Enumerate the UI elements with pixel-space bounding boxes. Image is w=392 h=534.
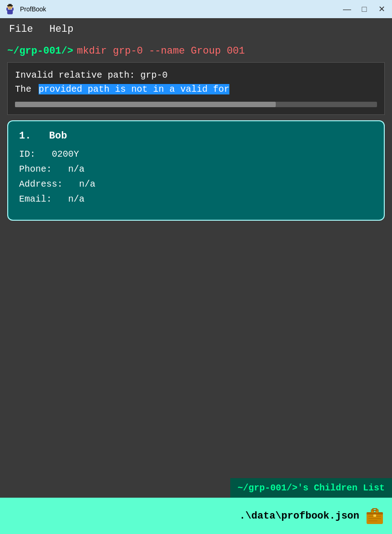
svg-rect-9 (367, 512, 383, 514)
svg-rect-3 (12, 8, 14, 11)
status-bar: .\data\profbook.json (0, 498, 392, 534)
close-button[interactable]: ✕ (375, 2, 388, 16)
svg-rect-5 (9, 4, 12, 6)
profile-phone-label: Phone: (19, 164, 52, 174)
profile-email-field: Email: n/a (19, 194, 373, 204)
error-box: Invalid relative path: grp-0 The provide… (7, 62, 385, 115)
minimize-button[interactable]: — (340, 2, 354, 16)
app-icon (4, 3, 16, 15)
svg-rect-15 (368, 520, 377, 521)
profile-address-label: Address: (19, 179, 63, 189)
command-prompt: ~/grp-001/> (7, 45, 73, 57)
profile-phone-field: Phone: n/a (19, 164, 373, 174)
error-line2-prefix: The (15, 84, 31, 94)
footer-terminal: ~/grp-001/>'s Children List (230, 478, 392, 498)
profile-email-value: n/a (68, 194, 84, 204)
svg-point-6 (9, 6, 10, 7)
error-line2: The provided path is not in a valid for (15, 84, 377, 94)
maximize-button[interactable]: □ (357, 2, 371, 16)
error-scrollbar-thumb (15, 102, 276, 107)
svg-rect-14 (368, 518, 381, 519)
profile-name: 1. Bob (19, 130, 373, 142)
main-content: ~/grp-001/> mkdir grp-0 --name Group 001… (0, 40, 392, 232)
file-menu[interactable]: File (5, 22, 37, 37)
profile-id-field: ID: 0200Y (19, 149, 373, 159)
profile-id-value: 0200Y (52, 149, 79, 159)
profile-address-field: Address: n/a (19, 179, 373, 189)
profile-card: 1. Bob ID: 0200Y Phone: n/a Address: n/a… (7, 120, 385, 221)
menu-bar: File Help (0, 18, 392, 40)
app-title: ProfBook (20, 5, 46, 13)
title-bar-controls: — □ ✕ (340, 2, 388, 16)
profile-id-label: ID: (19, 149, 35, 159)
error-line1: Invalid relative path: grp-0 (15, 70, 377, 80)
title-bar: ProfBook — □ ✕ (0, 0, 392, 18)
help-menu[interactable]: Help (46, 22, 77, 37)
svg-point-7 (11, 6, 12, 7)
profile-number: 1. (19, 130, 31, 142)
status-path: .\data\profbook.json (239, 510, 359, 522)
title-bar-left: ProfBook (4, 3, 46, 15)
profile-email-label: Email: (19, 194, 52, 204)
svg-rect-2 (6, 8, 8, 11)
profbook-icon (365, 506, 385, 526)
svg-rect-16 (373, 514, 376, 517)
svg-rect-1 (7, 10, 13, 15)
command-text: mkdir grp-0 --name Group 001 (77, 45, 245, 57)
footer-terminal-text: ~/grp-001/>'s Children List (238, 483, 385, 493)
profile-address-value: n/a (79, 179, 95, 189)
profile-name-text: Bob (49, 130, 67, 142)
command-line: ~/grp-001/> mkdir grp-0 --name Group 001 (7, 45, 385, 57)
error-line2-highlighted: provided path is not in a valid for (39, 84, 229, 94)
error-scrollbar[interactable] (15, 102, 377, 107)
profile-phone-value: n/a (68, 164, 84, 174)
